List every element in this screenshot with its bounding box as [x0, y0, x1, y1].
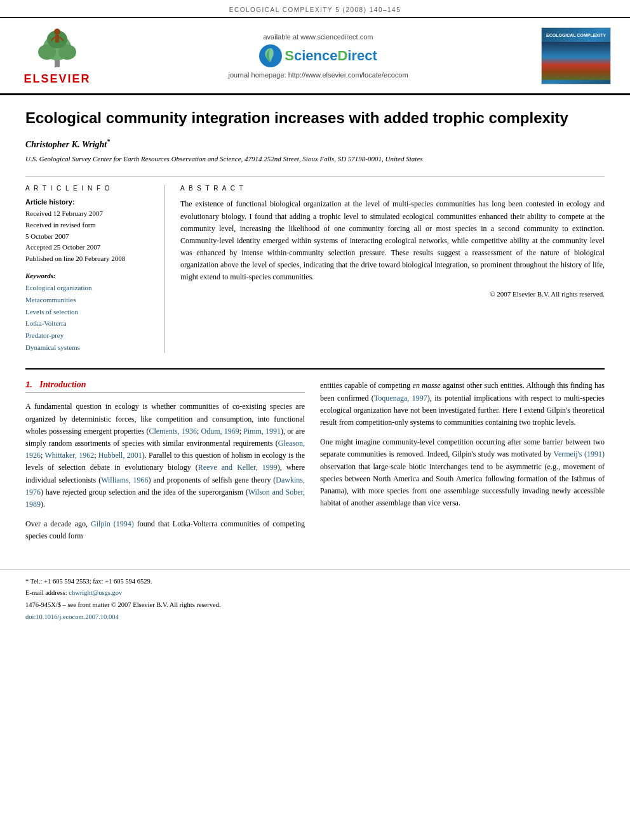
footer-email-line: E-mail address: chwright@usgs.gov — [25, 588, 605, 599]
date-accepted: Accepted 25 October 2007 — [25, 242, 154, 253]
keyword-ecological-organization[interactable]: Ecological organization — [25, 282, 154, 294]
ref-pimm[interactable]: Pimm, 1991 — [243, 427, 281, 436]
journal-header-text: ECOLOGICAL COMPLEXITY 5 (2008) 140–145 — [229, 6, 401, 13]
article-history-label: Article history: — [25, 198, 154, 206]
keyword-dynamical-systems[interactable]: Dynamical systems — [25, 342, 154, 354]
article-info-title: A R T I C L E I N F O — [25, 185, 154, 192]
svg-rect-6 — [55, 35, 59, 43]
journal-cover-visual — [542, 42, 610, 80]
right-paragraph1: entities capable of competing en masse a… — [320, 380, 605, 429]
journal-homepage-text: journal homepage: http://www.elsevier.co… — [95, 71, 541, 79]
right-column: entities capable of competing en masse a… — [320, 380, 605, 550]
ref-gilpin[interactable]: Gilpin (1994) — [91, 519, 134, 528]
keyword-levels-of-selection[interactable]: Levels of selection — [25, 306, 154, 318]
journal-cover-title-text: ECOLOGICAL COMPLEXITY — [545, 31, 607, 39]
affiliation: U.S. Geological Survey Center for Earth … — [25, 154, 605, 164]
ref-clements[interactable]: Clements, 1936 — [149, 427, 197, 436]
elsevier-tree-icon — [32, 25, 83, 70]
svg-point-5 — [54, 29, 60, 35]
body-content: 1. Introduction A fundamental question i… — [25, 368, 605, 550]
journal-header: ECOLOGICAL COMPLEXITY 5 (2008) 140–145 — [0, 0, 630, 18]
keyword-lotka-volterra[interactable]: Lotka-Volterra — [25, 317, 154, 330]
journal-cover-image: ECOLOGICAL COMPLEXITY — [541, 27, 611, 84]
main-content: Ecological community integration increas… — [0, 95, 630, 563]
ref-toquenaga[interactable]: Toquenaga, 1997 — [374, 394, 427, 403]
info-abstract-section: A R T I C L E I N F O Article history: R… — [25, 177, 605, 353]
date-revised-label: Received in revised form — [25, 220, 154, 231]
copyright-line: © 2007 Elsevier B.V. All rights reserved… — [180, 290, 605, 298]
footer-email-address[interactable]: chwright@usgs.gov — [69, 589, 122, 596]
sciencedirect-logo: ScienceDirect — [95, 44, 541, 67]
footer-doi-link[interactable]: doi:10.1016/j.ecocom.2007.10.004 — [25, 613, 119, 620]
ref-reeve-keller[interactable]: Reeve and Keller, 1999 — [198, 463, 278, 472]
ref-vermeij[interactable]: Vermeij's (1991) — [554, 450, 605, 458]
footer-footnote: * Tel.: +1 605 594 2553; fax: +1 605 594… — [25, 577, 605, 587]
abstract-text: The existence of functional biological o… — [180, 198, 605, 283]
intro-paragraph1: A fundamental question in ecology is whe… — [25, 401, 305, 510]
article-dates: Received 12 February 2007 Received in re… — [25, 208, 154, 264]
author-name: Christopher K. Wright* — [25, 138, 605, 150]
abstract-title: A B S T R A C T — [180, 185, 605, 192]
elsevier-brand-text: ELSEVIER — [23, 72, 90, 86]
sd-leaf-icon — [263, 47, 278, 65]
sciencedirect-text: ScienceDirect — [285, 48, 377, 64]
ref-williams[interactable]: Williams, 1966 — [101, 476, 148, 484]
date-published: Published on line 20 February 2008 — [25, 253, 154, 265]
elsevier-logo: ELSEVIER — [19, 25, 95, 86]
intro-paragraph2: Over a decade ago, Gilpin (1994) found t… — [25, 518, 305, 542]
sd-circle-icon — [259, 44, 282, 67]
left-column: 1. Introduction A fundamental question i… — [25, 380, 305, 550]
ref-whittaker[interactable]: Whittaker, 1962 — [44, 451, 94, 460]
footer-section: * Tel.: +1 605 594 2553; fax: +1 605 594… — [0, 570, 630, 630]
article-info: A R T I C L E I N F O Article history: R… — [25, 185, 165, 353]
footer-email-label: E-mail address: — [25, 589, 67, 596]
ref-odum[interactable]: Odum, 1969 — [201, 427, 239, 436]
abstract-section: A B S T R A C T The existence of functio… — [180, 185, 605, 353]
date-revised: 5 October 2007 — [25, 231, 154, 243]
footer-license: 1476-945X/$ – see front matter © 2007 El… — [25, 600, 605, 611]
keyword-metacommunities[interactable]: Metacommunities — [25, 294, 154, 306]
footer-doi: doi:10.1016/j.ecocom.2007.10.004 — [25, 612, 605, 623]
ref-hubbell[interactable]: Hubbell, 2001 — [98, 451, 142, 460]
introduction-heading: 1. Introduction — [25, 380, 305, 393]
keyword-predator-prey[interactable]: Predator-prey — [25, 330, 154, 342]
keywords-label: Keywords: — [25, 272, 154, 279]
available-text: available at www.sciencedirect.com — [95, 33, 541, 41]
page-wrapper: ECOLOGICAL COMPLEXITY 5 (2008) 140–145 E… — [0, 0, 630, 840]
date-received: Received 12 February 2007 — [25, 208, 154, 220]
right-paragraph2: One might imagine community-level compet… — [320, 436, 605, 509]
keywords-section: Keywords: Ecological organization Metaco… — [25, 272, 154, 353]
article-title: Ecological community integration increas… — [25, 108, 605, 128]
ref-wilson-sober[interactable]: Wilson and Sober, 1989 — [25, 488, 305, 509]
center-info: available at www.sciencedirect.com Scien… — [95, 33, 541, 79]
logo-bar: ELSEVIER available at www.sciencedirect.… — [0, 18, 630, 95]
section-number: 1. — [25, 380, 32, 389]
section-title-text: Introduction — [39, 380, 86, 389]
